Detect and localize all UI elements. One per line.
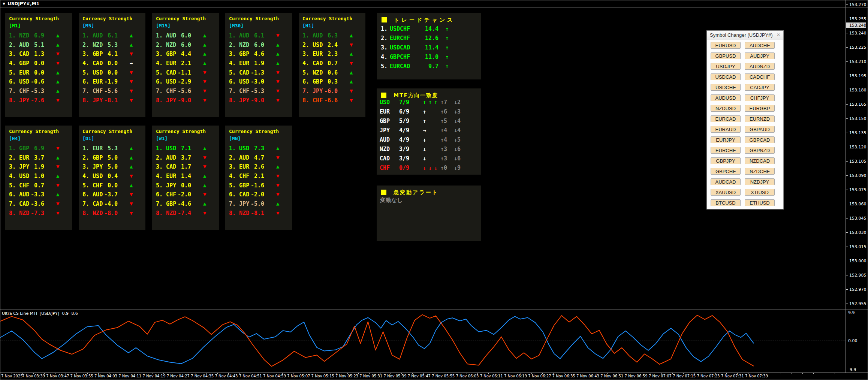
symbol-button-NZDCAD[interactable]: NZDCAD xyxy=(745,157,775,164)
symbol-button-GBPCAD[interactable]: GBPCAD xyxy=(745,136,775,143)
trend-up-icon: ▲ xyxy=(56,78,59,84)
trend-down-icon: ▼ xyxy=(276,88,279,94)
symbol-button-NZDUSD[interactable]: NZDUSD xyxy=(711,105,741,112)
symbol-button-GBPCHF[interactable]: GBPCHF xyxy=(711,168,741,175)
strength-value: 2.1 xyxy=(178,60,191,67)
chart-dropdown-icon[interactable]: ▼ xyxy=(3,2,5,6)
symbol-changer-titlebar[interactable]: Symbol Changer (USDJPY#) — ✕ xyxy=(707,31,783,40)
trade-pair: GBPCHF xyxy=(390,54,410,60)
mtf-down-count: ↓5 xyxy=(454,136,461,143)
time-tick-mark xyxy=(282,373,283,374)
trend-up-icon: ▲ xyxy=(203,51,206,57)
time-tick-mark xyxy=(142,373,142,374)
symbol-button-EURNZD[interactable]: EURNZD xyxy=(745,115,775,122)
trend-down-icon: ▼ xyxy=(276,69,279,75)
price-axis[interactable]: 153.270153.255153.240153.225153.210153.1… xyxy=(846,0,868,373)
strength-value: 0.3 xyxy=(324,78,338,85)
time-label: 7 Nov 05:39 xyxy=(384,374,407,378)
strength-value: 4.6 xyxy=(251,51,264,57)
mtf-row: AUD4/9↓↑4↓5 xyxy=(377,136,481,146)
time-label: 7 Nov 06:43 xyxy=(576,374,599,378)
symbol-button-BTCUSD[interactable]: BTCUSD xyxy=(711,199,741,206)
symbol-button-NZDCHF[interactable]: NZDCHF xyxy=(745,168,775,175)
yellow-square-icon xyxy=(381,190,386,195)
symbol-button-AUDJPY[interactable]: AUDJPY xyxy=(745,52,775,59)
time-label: 7 Nov 05:07 xyxy=(287,374,310,378)
symbol-button-GBPNZD[interactable]: GBPNZD xyxy=(745,147,775,154)
symbol-button-EURGBP[interactable]: EURGBP xyxy=(745,105,775,112)
trend-up-icon: ▲ xyxy=(203,173,206,179)
currency-label: 5. JPY xyxy=(156,182,176,189)
strength-rows: 1. AUD 6.1▼2. NZD 6.0▲3. GBP 4.6▲4. EUR … xyxy=(225,31,292,106)
price-tick-mark xyxy=(846,19,848,19)
trend-down-icon: ▼ xyxy=(276,32,279,38)
symbol-button-AUDCHF[interactable]: AUDCHF xyxy=(745,42,775,49)
strength-value: -3.6 xyxy=(31,200,44,207)
trend-down-icon: ▼ xyxy=(203,69,206,75)
symbol-button-EURUSD[interactable]: EURUSD xyxy=(711,42,741,49)
currency-label: 4. CAD xyxy=(302,60,323,67)
strength-row: 7. CHF-5.3▼ xyxy=(225,87,292,96)
currency-label: 4. CAD xyxy=(82,60,103,67)
trend-down-icon: ▼ xyxy=(56,51,59,57)
symbol-button-CHFJPY[interactable]: CHFJPY xyxy=(745,94,775,101)
strength-row: 7. GBP-4.6▲ xyxy=(152,200,219,209)
trade-value: 12.6 xyxy=(415,35,438,42)
symbol-button-CADCHF[interactable]: CADCHF xyxy=(745,73,775,80)
currency-label: 5. CAD xyxy=(156,69,176,76)
time-tick-mark xyxy=(55,373,55,374)
strength-value: -7.4 xyxy=(178,210,191,217)
time-label: 7 Nov 05:15 xyxy=(311,374,334,378)
time-tick-mark xyxy=(510,373,510,374)
time-tick-mark xyxy=(824,373,824,374)
currency-label: 6. EUR xyxy=(82,78,103,85)
time-tick-mark xyxy=(456,373,456,374)
mtf-row: CAD3/9↓↑3↓6 xyxy=(377,155,481,165)
strength-value: 6.0 xyxy=(251,42,264,48)
symbol-button-ETHUSD[interactable]: ETHUSD xyxy=(745,199,775,206)
mtf-down-count: ↓6 xyxy=(454,146,461,153)
symbol-button-AUDCAD[interactable]: AUDCAD xyxy=(711,178,741,185)
trend-down-icon: ▼ xyxy=(130,88,133,94)
time-tick-mark xyxy=(22,373,23,374)
symbol-button-XTIUSD[interactable]: XTIUSD xyxy=(745,189,775,196)
trend-down-icon: ▼ xyxy=(350,88,353,94)
symbol-button-AUDUSD[interactable]: AUDUSD xyxy=(711,94,741,101)
symbol-button-EURCHF[interactable]: EURCHF xyxy=(711,147,741,154)
strength-row: 7. CHF-5.6▼ xyxy=(79,87,145,96)
indicator-label[interactable]: Ultra CS Line MTF [USD/JPY] -0.9 -8.6 xyxy=(2,311,78,316)
symbol-button-USDJPY[interactable]: USDJPY xyxy=(711,63,741,70)
currency-label: 5. CHF xyxy=(9,182,29,189)
trend-down-icon: ▼ xyxy=(276,78,279,84)
trade-pair: EURCAD xyxy=(390,63,410,70)
symbol-button-EURJPY[interactable]: EURJPY xyxy=(711,136,741,143)
time-label: 7 Nov 04:51 xyxy=(239,374,262,378)
symbol-button-GBPAUD[interactable]: GBPAUD xyxy=(745,126,775,133)
currency-label: 3. CAD xyxy=(9,51,29,57)
strength-row: 2. EUR 3.7▲ xyxy=(5,154,72,163)
currency-label: 7. CHF xyxy=(229,88,249,94)
symbol-button-XAUUSD[interactable]: XAUUSD xyxy=(711,189,741,196)
trend-up-icon: ▲ xyxy=(130,42,133,48)
symbol-button-EURCAD[interactable]: EURCAD xyxy=(711,115,741,122)
symbol-button-CADJPY[interactable]: CADJPY xyxy=(745,84,775,91)
close-icon[interactable]: ✕ xyxy=(777,32,780,37)
mtf-score: 5/9 xyxy=(399,118,409,124)
trade-pair: USDCAD xyxy=(390,44,410,51)
strength-rows: 1. GBP 6.9▼2. EUR 3.7▲3. JPY 1.9▼4. USD … xyxy=(5,144,72,218)
trend-up-icon: ▲ xyxy=(203,32,206,38)
mtf-currency: CHF xyxy=(380,165,390,171)
time-tick-mark xyxy=(120,373,120,374)
panel-timeframe: [M30] xyxy=(229,23,244,28)
symbol-button-USDCHF[interactable]: USDCHF xyxy=(711,84,741,91)
symbol-button-NZDJPY[interactable]: NZDJPY xyxy=(745,178,775,185)
symbol-button-USDCAD[interactable]: USDCAD xyxy=(711,73,741,80)
trend-down-icon: ▼ xyxy=(276,182,279,188)
symbol-button-EURAUD[interactable]: EURAUD xyxy=(711,126,741,133)
minimize-icon[interactable]: — xyxy=(768,32,773,37)
chart-title: ▼USDJPY#,M1 xyxy=(3,1,39,6)
symbol-button-AUDNZD[interactable]: AUDNZD xyxy=(745,63,775,70)
symbol-button-GBPUSD[interactable]: GBPUSD xyxy=(711,52,741,59)
symbol-button-GBPJPY[interactable]: GBPJPY xyxy=(711,157,741,164)
strength-panel-MN: Currency Strength[MN]1. USD 7.3▲2. AUD 4… xyxy=(225,126,292,230)
